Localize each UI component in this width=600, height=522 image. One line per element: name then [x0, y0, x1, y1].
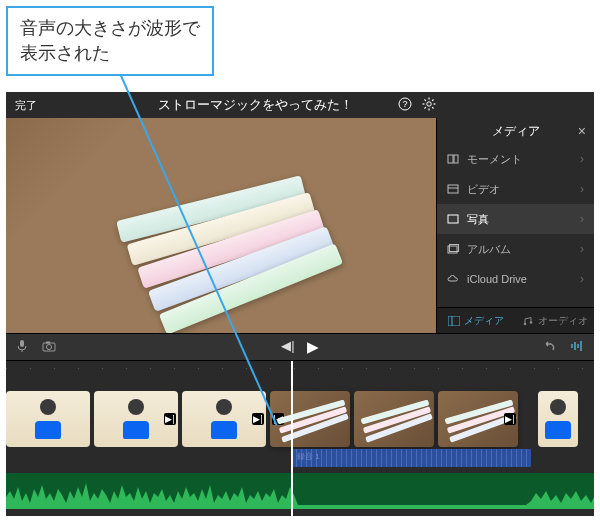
done-button[interactable]: 完了: [6, 98, 46, 113]
svg-line-7: [425, 99, 426, 100]
sidebar-item-label: 写真: [467, 212, 580, 227]
imovie-app-window: 完了 ストローマジックをやってみた！ ? メディア × モ: [6, 92, 594, 516]
tab-audio-label: オーディオ: [538, 314, 588, 328]
transition-icon[interactable]: ▶|: [252, 413, 264, 425]
sidebar-item-label: アルバム: [467, 242, 580, 257]
chevron-right-icon: ›: [580, 272, 584, 286]
video-clip[interactable]: [538, 391, 578, 447]
play-icon[interactable]: ▶: [307, 338, 319, 356]
tab-media-label: メディア: [464, 314, 504, 328]
sidebar-item-photos[interactable]: 写真 ›: [437, 204, 594, 234]
mic-icon[interactable]: [16, 339, 28, 356]
svg-point-21: [529, 321, 532, 324]
sidebar-item-label: モーメント: [467, 152, 580, 167]
undo-icon[interactable]: [542, 340, 556, 355]
timeline[interactable]: ▶| ▶| |◀ ▶| 録音 1: [6, 361, 594, 516]
sidebar-title: メディア: [492, 123, 540, 140]
sidebar-item-label: ビデオ: [467, 182, 580, 197]
help-icon[interactable]: ?: [398, 97, 412, 114]
svg-rect-15: [448, 215, 458, 223]
svg-line-8: [432, 107, 433, 108]
chevron-right-icon: ›: [580, 212, 584, 226]
sidebar-item-albums[interactable]: アルバム ›: [437, 234, 594, 264]
tab-media[interactable]: メディア: [437, 314, 516, 328]
waveform-graphic: [6, 473, 594, 509]
recorded-audio-clip[interactable]: 録音 1: [291, 449, 531, 467]
top-bar: 完了 ストローマジックをやってみた！ ?: [6, 92, 594, 118]
chevron-right-icon: ›: [580, 182, 584, 196]
chevron-right-icon: ›: [580, 242, 584, 256]
photo-icon: [447, 213, 467, 225]
close-icon[interactable]: ×: [578, 123, 586, 139]
album-icon: [447, 243, 467, 255]
svg-point-2: [427, 101, 431, 105]
video-clip[interactable]: [6, 391, 90, 447]
svg-rect-22: [20, 340, 24, 347]
sidebar-item-icloud[interactable]: iCloud Drive ›: [437, 264, 594, 294]
transition-icon[interactable]: ▶|: [504, 413, 516, 425]
callout-box: 音声の大きさが波形で 表示された: [6, 6, 214, 76]
callout-text-2: 表示された: [20, 43, 110, 63]
svg-point-20: [523, 322, 526, 325]
chevron-right-icon: ›: [580, 152, 584, 166]
tab-audio[interactable]: オーディオ: [516, 314, 595, 328]
waveform-icon[interactable]: [570, 340, 584, 355]
callout-text-1: 音声の大きさが波形で: [20, 18, 200, 38]
svg-rect-26: [46, 341, 50, 343]
svg-rect-12: [454, 155, 458, 163]
video-clip[interactable]: |◀: [270, 391, 350, 447]
sidebar-item-moments[interactable]: モーメント ›: [437, 144, 594, 174]
svg-text:?: ?: [402, 99, 407, 109]
camera-icon[interactable]: [42, 340, 56, 355]
video-clip[interactable]: [354, 391, 434, 447]
video-clip[interactable]: ▶|: [182, 391, 266, 447]
sidebar-header: メディア ×: [437, 118, 594, 144]
playhead[interactable]: [291, 361, 293, 516]
background-audio-track[interactable]: [6, 473, 594, 509]
svg-point-25: [47, 344, 52, 349]
media-sidebar: メディア × モーメント › ビデオ › 写真 ›: [436, 118, 594, 333]
timeline-toolbar: ◀| ▶: [6, 333, 594, 361]
timeline-ruler[interactable]: [6, 361, 594, 375]
video-clip[interactable]: ▶|: [94, 391, 178, 447]
cloud-icon: [447, 273, 467, 285]
svg-line-10: [432, 99, 433, 100]
svg-rect-18: [448, 316, 460, 326]
skip-back-icon[interactable]: ◀|: [281, 338, 294, 356]
sidebar-item-video[interactable]: ビデオ ›: [437, 174, 594, 204]
gear-icon[interactable]: [422, 97, 436, 114]
svg-rect-11: [448, 155, 453, 163]
project-title: ストローマジックをやってみた！: [46, 96, 594, 114]
svg-rect-13: [448, 185, 458, 193]
moments-icon: [447, 153, 467, 165]
video-clip[interactable]: ▶|: [438, 391, 518, 447]
video-icon: [447, 183, 467, 195]
sidebar-item-label: iCloud Drive: [467, 273, 580, 285]
transition-icon[interactable]: ▶|: [164, 413, 176, 425]
svg-line-9: [425, 107, 426, 108]
